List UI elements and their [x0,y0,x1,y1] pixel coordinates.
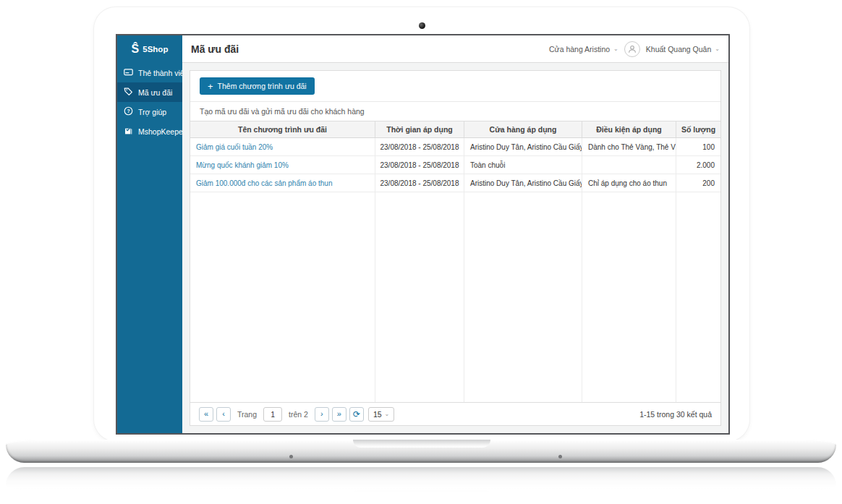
promo-time: 23/08/2018 - 25/08/2018 [375,174,464,192]
pagination-bar: « ‹ Trang trên 2 › » ⟳ 15 ⌄ [190,402,720,425]
sidebar-item-label: Mã ưu đãi [138,88,172,97]
promo-time: 23/08/2018 - 25/08/2018 [375,138,464,156]
sidebar-item-mshopkeeper[interactable]: MshopKeeper [117,121,182,141]
col-header-time[interactable]: Thời gian áp dụng [375,121,464,138]
promo-name-link[interactable]: Giảm 100.000đ cho các sản phẩm áo thun [190,174,375,192]
page-title: Mã ưu đãi [191,43,239,55]
promo-card: + Thêm chương trình ưu đãi Tạo mã ưu đãi… [190,70,721,426]
add-promo-button-label: Thêm chương trình ưu đãi [218,82,307,90]
promo-time: 23/08/2018 - 25/08/2018 [375,156,464,174]
tag-icon [124,87,133,98]
promo-table: Tên chương trình ưu đãi Thời gian áp dụn… [190,121,720,402]
5shop-logo-icon: Ŝ [132,43,140,55]
previous-page-button[interactable]: ‹ [216,407,231,422]
first-page-button[interactable]: « [199,407,213,422]
user-name: Khuất Quang Quân [646,45,712,54]
user-icon [627,44,637,54]
sidebar-item-promo-codes[interactable]: Mã ưu đãi [117,82,182,102]
toolbar-row: + Thêm chương trình ưu đãi [190,71,720,102]
promo-quantity: 100 [676,138,720,156]
promo-name-link[interactable]: Giảm giá cuối tuần 20% [190,138,375,156]
add-promo-button[interactable]: + Thêm chương trình ưu đãi [200,77,315,95]
col-header-name[interactable]: Tên chương trình ưu đãi [190,121,375,138]
table-filler-column [464,192,582,402]
table-filler-column [190,192,375,402]
store-selector[interactable]: Cửa hàng Aristino ⌄ [549,45,618,54]
page-size-value: 15 [373,410,382,419]
card-icon [124,67,133,78]
page-number-input[interactable] [263,407,282,422]
content-area: + Thêm chương trình ưu đãi Tạo mã ưu đãi… [182,63,728,433]
promo-stores: Aristino Duy Tân, Aristino Cầu Giấy [464,138,582,156]
promo-quantity: 200 [676,174,720,192]
pagination-controls: « ‹ Trang trên 2 › » ⟳ 15 ⌄ [199,407,394,422]
promo-stores: Aristino Duy Tân, Aristino Cầu Giấy... [464,174,582,192]
page-total-label: trên 2 [289,410,308,419]
topbar-right: Cửa hàng Aristino ⌄ Khuất Quang Quân ⌄ [549,41,720,57]
avatar[interactable] [624,41,640,57]
table-filler-column [375,192,464,402]
app-logo[interactable]: Ŝ 5Shop [117,35,182,63]
promo-quantity: 2.000 [676,156,720,174]
chevron-down-icon: ⌄ [715,46,720,52]
last-page-button[interactable]: » [332,407,346,422]
sidebar-item-label: Thẻ thành viên [138,69,188,77]
promo-condition: Dành cho Thẻ Vàng, Thẻ VIP [582,138,676,156]
reflection-notch [353,489,490,496]
promo-stores: Toàn chuỗi [464,156,582,174]
help-icon: ? [124,106,133,117]
page-label: Trang [237,410,257,419]
page-size-select[interactable]: 15 ⌄ [368,407,394,422]
sidebar-item-label: Trợ giúp [138,108,166,116]
table-filler-column [676,192,720,402]
store-selector-label: Cửa hàng Aristino [549,45,610,54]
results-count: 1-15 trong 30 kết quả [639,410,712,419]
sidebar: Ŝ 5Shop Thẻ thành viên Mã ưu đãi ? Tr [117,35,182,433]
laptop-reflection [6,467,836,502]
promo-condition [582,156,676,174]
main-area: Mã ưu đãi Cửa hàng Aristino ⌄ Khuất Quan… [182,35,728,433]
sidebar-item-member-card[interactable]: Thẻ thành viên [117,63,182,82]
chevron-down-icon: ⌄ [385,411,390,417]
shopping-bag-icon [124,126,133,137]
col-header-condition[interactable]: Điều kiện áp dụng [582,121,676,138]
laptop-mockup-stage: Ŝ 5Shop Thẻ thành viên Mã ưu đãi ? Tr [0,0,842,504]
plus-icon: + [208,83,213,90]
sidebar-item-help[interactable]: ? Trợ giúp [117,102,182,121]
user-menu[interactable]: Khuất Quang Quân ⌄ [646,45,720,54]
col-header-stores[interactable]: Cửa hàng áp dụng [464,121,582,138]
base-foot-right [558,455,562,458]
table-filler-column [582,192,676,402]
page-description: Tạo mã ưu đãi và gửi mã ưu đãi cho khách… [190,102,720,121]
laptop-hinge-notch [353,440,490,448]
col-header-quantity[interactable]: Số lượng [676,121,720,138]
base-foot-left [289,455,293,458]
promo-name-link[interactable]: Mừng quốc khánh giảm 10% [190,156,375,174]
next-page-button[interactable]: › [315,407,329,422]
refresh-button[interactable]: ⟳ [349,407,364,422]
topbar: Mã ưu đãi Cửa hàng Aristino ⌄ Khuất Quan… [182,35,728,63]
app-logo-label: 5Shop [143,45,168,54]
webcam-dot [419,22,425,29]
app-screen: Ŝ 5Shop Thẻ thành viên Mã ưu đãi ? Tr [116,34,730,435]
promo-condition: Chỉ áp dụng cho áo thun [582,174,676,192]
chevron-down-icon: ⌄ [613,46,618,52]
svg-text:?: ? [127,108,129,114]
reflection-base [6,467,836,490]
sidebar-item-label: MshopKeeper [138,127,185,136]
